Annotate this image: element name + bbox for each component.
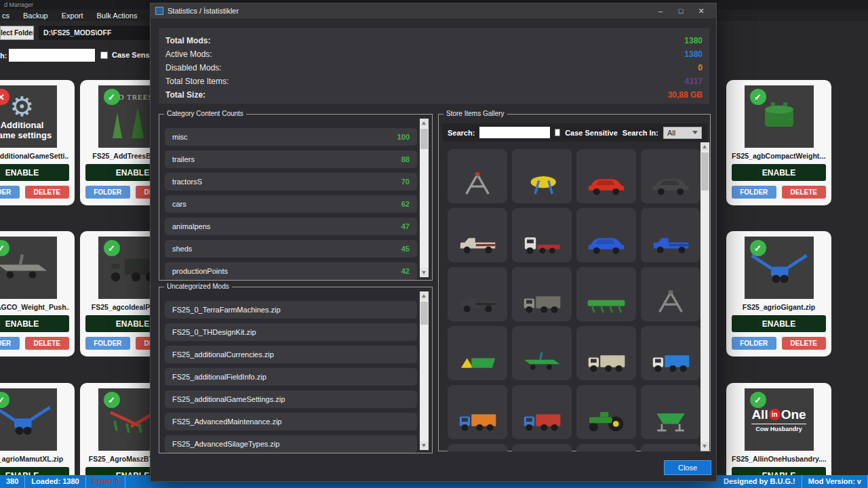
store-item-tile[interactable] [576, 444, 636, 451]
close-icon[interactable]: ✕ [691, 3, 711, 18]
truck-illustration [518, 406, 566, 436]
menu-item-backup[interactable]: Backup [23, 12, 48, 20]
enable-button[interactable]: ENABLE [0, 164, 69, 181]
store-item-tile[interactable] [448, 267, 507, 321]
chevron-down-icon [692, 131, 698, 134]
enable-button[interactable]: ENABLE [0, 315, 69, 332]
store-item-tile[interactable] [576, 208, 636, 262]
store-item-tile[interactable] [641, 149, 701, 203]
uncategorized-item[interactable]: FS25_0_TerraFarmMachines.zip [165, 301, 417, 319]
store-item-tile[interactable] [512, 149, 572, 203]
close-button[interactable]: Close [664, 460, 711, 475]
store-item-tile[interactable] [641, 326, 701, 380]
enable-button[interactable]: ENABLE [732, 315, 826, 332]
category-item[interactable]: misc 100 [165, 128, 417, 146]
gallery-scrollbar[interactable] [701, 142, 709, 451]
store-item-tile[interactable] [512, 326, 572, 380]
store-item-tile[interactable] [512, 444, 572, 451]
store-item-tile[interactable] [448, 444, 507, 451]
search-in-dropdown[interactable]: All [663, 127, 702, 139]
status-enabled-icon: ✓ [104, 240, 120, 256]
store-item-tile[interactable] [641, 444, 701, 451]
category-item[interactable]: tractorsS 70 [165, 173, 417, 190]
mod-filename: FS25_additionalGameSettings.zip [172, 395, 285, 403]
category-item[interactable]: sheds 45 [165, 240, 417, 258]
delete-button[interactable]: DELETE [782, 337, 827, 350]
store-item-tile[interactable] [641, 385, 701, 439]
uncategorized-scrollbar[interactable] [420, 291, 429, 450]
scroll-thumb[interactable] [420, 129, 428, 149]
gallery-case-sensitive-checkbox[interactable] [555, 129, 560, 136]
store-item-tile[interactable] [448, 149, 507, 203]
uncategorized-item[interactable]: FS25_AdvancedMaintenance.zip [165, 413, 417, 430]
enable-button[interactable]: ENABLE [732, 164, 826, 181]
scroll-down-icon[interactable] [420, 268, 429, 277]
folder-button[interactable]: FOLDER [85, 337, 130, 350]
folder-button[interactable]: FOLDER [732, 186, 776, 199]
statusbar-segment: Designed by B.U.G.! [717, 475, 802, 488]
mod-card: ✓ AllinOne Cow Husbandry FS25_AllinOneHu… [726, 383, 831, 488]
store-item-tile[interactable] [576, 267, 636, 321]
gallery-search-input[interactable] [479, 127, 550, 138]
category-count: 100 [397, 133, 410, 141]
category-item[interactable]: productionPoints 42 [165, 262, 417, 280]
store-item-tile[interactable] [641, 267, 701, 321]
stat-label: Active Mods: [165, 49, 212, 59]
delete-button[interactable]: DELETE [25, 337, 70, 350]
menu-item-cs[interactable]: cs [2, 12, 9, 20]
uncategorized-item[interactable]: FS25_additionalFieldInfo.zip [165, 368, 417, 386]
minimize-icon[interactable]: – [650, 3, 671, 18]
menu-item-export[interactable]: Export [62, 12, 83, 20]
folder-button[interactable]: FOLDER [85, 186, 130, 199]
stat-label: Disabled Mods: [165, 63, 222, 73]
scroll-down-icon[interactable] [420, 441, 429, 450]
stat-row: Disabled Mods: 0 [165, 62, 703, 74]
uncategorized-mods-box: Uncategorized Mods FS25_0_TerraFarmMachi… [159, 287, 433, 453]
uncategorized-item[interactable]: FS25_additionalCurrencies.zip [165, 346, 417, 363]
scroll-up-icon[interactable] [420, 119, 429, 127]
category-item[interactable]: trailers 88 [165, 150, 417, 168]
store-item-tile[interactable] [448, 208, 507, 262]
blade-illustration [0, 248, 55, 287]
store-item-tile[interactable] [641, 208, 701, 262]
stat-row: Active Mods: 1380 [165, 48, 703, 60]
tractor-illustration [583, 406, 630, 436]
category-item[interactable]: cars 62 [165, 195, 417, 213]
app-search-input[interactable] [9, 49, 95, 62]
delete-button[interactable]: DELETE [25, 186, 70, 199]
scroll-up-icon[interactable] [420, 291, 429, 300]
store-item-tile[interactable] [448, 385, 507, 439]
delete-button[interactable]: DELETE [782, 186, 827, 199]
scroll-thumb[interactable] [701, 152, 709, 190]
store-item-tile[interactable] [448, 326, 507, 380]
category-scrollbar[interactable] [420, 119, 429, 277]
store-item-tile[interactable] [576, 385, 636, 439]
uncategorized-item[interactable]: FS25_0_THDesignKit.zip [165, 323, 417, 341]
mod-name: FS25_agbCompactWeight.... [732, 152, 826, 160]
category-item[interactable]: animalpens 47 [165, 218, 417, 235]
store-item-tile[interactable] [512, 267, 572, 321]
scroll-thumb[interactable] [420, 302, 428, 325]
folder-button[interactable]: FOLDER [0, 337, 20, 350]
status-enabled-icon: ✓ [750, 240, 766, 256]
store-item-tile[interactable] [576, 326, 636, 380]
store-item-tile[interactable] [576, 149, 636, 203]
menu-item-bulk-actions[interactable]: Bulk Actions [97, 12, 138, 20]
truck-illustration [518, 288, 566, 318]
store-item-tile[interactable] [512, 385, 572, 439]
category-name: misc [172, 133, 188, 141]
mod-thumbnail: ✓ [745, 237, 814, 299]
folder-button[interactable]: FOLDER [732, 337, 776, 350]
select-folder-button[interactable]: lect Folder [0, 26, 34, 40]
app-case-sensitive-checkbox[interactable] [100, 52, 108, 59]
mod-name: FS25_agrioGigant.zip [732, 303, 826, 311]
folder-button[interactable]: FOLDER [0, 186, 20, 199]
scroll-down-icon[interactable] [701, 442, 709, 451]
scroll-up-icon[interactable] [701, 142, 709, 151]
uncategorized-item[interactable]: FS25_additionalGameSettings.zip [165, 390, 417, 408]
store-item-tile[interactable] [512, 208, 572, 262]
thumb-caption: game settings [0, 130, 52, 140]
uncategorized-item[interactable]: FS25_AdvancedSilageTypes.zip [165, 435, 417, 453]
mod-filename: FS25_additionalFieldInfo.zip [172, 373, 267, 381]
maximize-icon[interactable]: □ [671, 3, 691, 18]
